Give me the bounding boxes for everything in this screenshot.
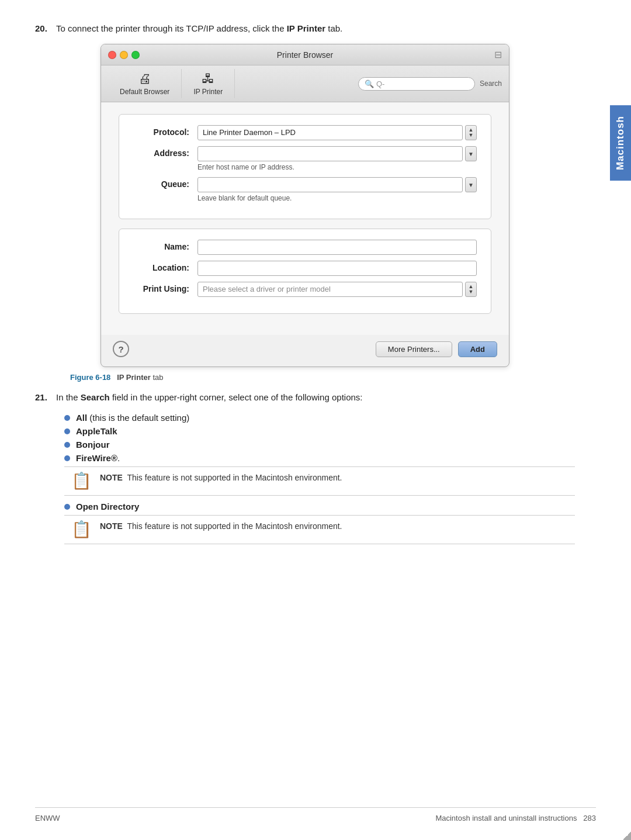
bullet-open-directory-text: Open Directory	[76, 502, 139, 511]
dialog-titlebar: Printer Browser ⊟	[101, 44, 509, 65]
add-button[interactable]: Add	[458, 341, 497, 357]
bullet-icon	[64, 504, 70, 510]
window-controls	[108, 51, 140, 59]
close-window-button[interactable]	[108, 51, 116, 59]
dialog-body: Protocol: Line Printer Daemon – LPD ▲▼ A…	[101, 102, 509, 335]
figure-tab-suffix: tab	[152, 373, 163, 382]
location-label: Location:	[133, 261, 197, 272]
note-firewire: 📋 NOTE This feature is not supported in …	[64, 466, 575, 496]
print-using-label: Print Using:	[133, 282, 197, 293]
name-row: Name:	[133, 240, 477, 255]
note-icon-2: 📋	[71, 521, 92, 538]
bullet-icon	[64, 455, 70, 461]
queue-label: Queue:	[133, 177, 197, 189]
step-21-heading: 21. In the Search field in the upper-rig…	[35, 392, 575, 402]
protocol-stepper[interactable]: ▲▼	[465, 125, 477, 140]
protocol-field-wrap: Line Printer Daemon – LPD ▲▼	[197, 125, 477, 140]
print-using-value: Please select a driver or printer model	[197, 282, 463, 297]
search-box[interactable]: 🔍 Q-	[358, 77, 475, 91]
ip-printer-label: IP Printer	[193, 88, 223, 96]
queue-dropdown-button[interactable]: ▼	[465, 177, 477, 192]
note-1-text: NOTE This feature is not supported in th…	[100, 473, 342, 482]
minimize-window-button[interactable]	[120, 51, 128, 59]
open-directory-list: Open Directory	[64, 502, 575, 511]
location-row: Location:	[133, 261, 477, 276]
bullet-appletalk-text: AppleTalk	[76, 426, 117, 436]
figure-tab-name: IP Printer	[117, 373, 151, 382]
address-input[interactable]	[197, 146, 463, 161]
bullet-icon	[64, 415, 70, 421]
help-button[interactable]: ?	[113, 341, 129, 357]
step-21-number: 21.	[35, 392, 51, 402]
dialog-title: Printer Browser	[277, 50, 333, 60]
queue-input[interactable]	[197, 177, 463, 192]
queue-hint: Leave blank for default queue.	[197, 194, 477, 202]
bullet-firewire: FireWire®.	[64, 453, 575, 463]
note-open-directory: 📋 NOTE This feature is not supported in …	[64, 515, 575, 544]
name-label: Name:	[133, 240, 197, 251]
protocol-value: Line Printer Daemon – LPD	[197, 125, 463, 140]
figure-caption: Figure 6-18 IP Printer tab	[35, 373, 575, 382]
print-using-field-wrap: Please select a driver or printer model …	[197, 282, 477, 297]
maximize-window-button[interactable]	[131, 51, 140, 59]
default-browser-icon: 🖨	[138, 71, 151, 87]
bullet-firewire-text: FireWire®.	[76, 453, 120, 463]
options-bullet-list: All (this is the default setting) AppleT…	[64, 413, 575, 463]
dialog-toolbar: 🖨 Default Browser 🖧 IP Printer 🔍 Q- Sear…	[101, 65, 509, 102]
footer-right: Macintosh install and uninstall instruct…	[435, 814, 596, 822]
info-form-section: Name: Location: Print Using: Pl	[119, 229, 491, 314]
queue-row: Queue: ▼ Leave blank for default queue.	[133, 177, 477, 202]
dialog-footer: ? More Printers... Add	[101, 335, 509, 367]
search-icon: 🔍	[365, 79, 374, 88]
search-label: Search	[480, 79, 502, 88]
print-using-stepper[interactable]: ▲▼	[465, 282, 477, 297]
page-footer: ENWW Macintosh install and uninstall ins…	[35, 807, 596, 822]
address-field-wrap: ▼ Enter host name or IP address.	[197, 146, 477, 171]
bullet-icon	[64, 428, 70, 434]
protocol-row: Protocol: Line Printer Daemon – LPD ▲▼	[133, 125, 477, 140]
default-browser-label: Default Browser	[120, 88, 169, 96]
address-dropdown-button[interactable]: ▼	[465, 146, 477, 161]
bullet-icon	[64, 442, 70, 448]
name-field-wrap	[197, 240, 477, 255]
step-20-number: 20.	[35, 23, 51, 33]
search-placeholder: Q-	[376, 79, 384, 88]
default-browser-button[interactable]: 🖨 Default Browser	[108, 69, 182, 98]
step-21-text: In the Search field in the upper-right c…	[56, 392, 363, 402]
window-resize-icon: ⊟	[494, 49, 502, 60]
connection-form-section: Protocol: Line Printer Daemon – LPD ▲▼ A…	[119, 114, 491, 219]
step-20-heading: 20. To connect the printer through its T…	[35, 23, 575, 33]
ip-printer-icon: 🖧	[202, 71, 214, 87]
name-input[interactable]	[197, 240, 477, 255]
bullet-open-directory: Open Directory	[64, 502, 575, 511]
bullet-bonjour-text: Bonjour	[76, 440, 110, 450]
location-field-wrap	[197, 261, 477, 276]
protocol-label: Protocol:	[133, 125, 197, 137]
ip-printer-button[interactable]: 🖧 IP Printer	[182, 69, 235, 98]
footer-left: ENWW	[35, 814, 60, 822]
macintosh-side-tab: Macintosh	[610, 105, 631, 181]
note-2-text: NOTE This feature is not supported in th…	[100, 521, 342, 531]
location-input[interactable]	[197, 261, 477, 276]
address-hint: Enter host name or IP address.	[197, 163, 477, 171]
bullet-all: All (this is the default setting)	[64, 413, 575, 423]
figure-ref: Figure 6-18	[70, 373, 110, 382]
print-using-row: Print Using: Please select a driver or p…	[133, 282, 477, 297]
queue-field-wrap: ▼ Leave blank for default queue.	[197, 177, 477, 202]
more-printers-button[interactable]: More Printers...	[376, 341, 452, 357]
note-icon-1: 📋	[71, 473, 92, 489]
step-20-text: To connect the printer through its TCP/I…	[56, 23, 342, 33]
bullet-bonjour: Bonjour	[64, 440, 575, 450]
address-label: Address:	[133, 146, 197, 158]
printer-browser-dialog: Printer Browser ⊟ 🖨 Default Browser 🖧 IP…	[100, 44, 509, 367]
bullet-appletalk: AppleTalk	[64, 426, 575, 436]
bullet-all-text: All (this is the default setting)	[76, 413, 189, 423]
address-row: Address: ▼ Enter host name or IP address…	[133, 146, 477, 171]
toolbar-search: 🔍 Q- Search	[358, 77, 502, 91]
